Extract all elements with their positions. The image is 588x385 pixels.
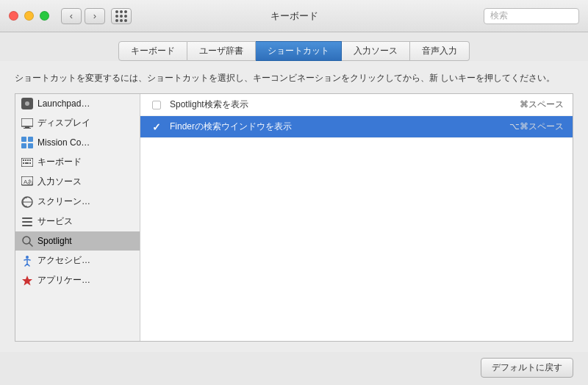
spotlight-icon (21, 235, 33, 247)
screen-icon (21, 196, 33, 208)
svg-rect-13 (29, 159, 31, 161)
titlebar: ‹ › キーボード 検索 (0, 0, 588, 32)
svg-text:あ: あ (27, 179, 33, 185)
traffic-lights (9, 11, 49, 21)
sidebar-item-input[interactable]: Aあ 入力ソース (15, 172, 140, 192)
svg-rect-12 (27, 159, 29, 161)
checkbox-spotlight-search[interactable] (152, 101, 161, 109)
display-icon (21, 118, 33, 129)
sidebar-item-display[interactable]: ディスプレイ (15, 113, 140, 133)
check-col-1 (149, 101, 164, 109)
shortcut-list: Spotlight検索を表示 ⌘スペース ✓ Finderの検索ウインドウを表示… (140, 94, 573, 341)
tab-voice[interactable]: 音声入力 (410, 41, 470, 61)
sidebar-item-apps[interactable]: アプリケー… (15, 270, 140, 290)
sidebar-label-mission: Mission Co… (37, 137, 90, 148)
sidebar-label-apps: アプリケー… (37, 274, 90, 287)
sidebar-item-mission[interactable]: Mission Co… (15, 133, 140, 152)
shortcut-key-spotlight-search: ⌘スペース (520, 98, 564, 111)
main-panel: Launchpad… ディスプレイ Mission Co… (15, 93, 573, 342)
checkmark-finder-search: ✓ (152, 121, 161, 133)
svg-point-1 (25, 101, 29, 106)
search-box[interactable]: 検索 (484, 8, 579, 24)
grid-button[interactable] (111, 8, 132, 24)
svg-rect-14 (23, 162, 24, 164)
forward-button[interactable]: › (85, 8, 105, 24)
sidebar-label-screen: スクリーン… (37, 195, 90, 208)
shortcut-label-finder-search: Finderの検索ウインドウを表示 (170, 120, 503, 133)
tab-input-sources[interactable]: 入力ソース (342, 41, 410, 61)
svg-rect-3 (25, 126, 29, 128)
sidebar-item-services[interactable]: サービス (15, 212, 140, 231)
tab-user-dict[interactable]: ユーザ辞書 (187, 41, 256, 61)
svg-rect-23 (22, 221, 32, 223)
default-button[interactable]: デフォルトに戻す (481, 358, 573, 378)
minimize-button[interactable] (24, 11, 34, 21)
svg-rect-7 (21, 143, 26, 148)
sidebar: Launchpad… ディスプレイ Mission Co… (15, 94, 140, 341)
svg-rect-6 (28, 137, 33, 142)
sidebar-label-spotlight: Spotlight (37, 236, 72, 246)
right-panel: Spotlight検索を表示 ⌘スペース ✓ Finderの検索ウインドウを表示… (140, 94, 573, 341)
svg-rect-16 (29, 162, 31, 164)
maximize-button[interactable] (40, 11, 49, 21)
bottom-bar: デフォルトに戻す (0, 352, 588, 385)
shortcut-label-spotlight-search: Spotlight検索を表示 (170, 98, 514, 111)
shortcut-row-finder-search[interactable]: ✓ Finderの検索ウインドウを表示 ⌥⌘スペース (140, 116, 573, 138)
check-col-2: ✓ (149, 121, 164, 133)
sidebar-label-services: サービス (37, 215, 73, 228)
svg-rect-22 (22, 217, 32, 219)
mission-icon (21, 137, 33, 148)
shortcut-key-finder-search: ⌥⌘スペース (509, 120, 564, 133)
tabs-bar: キーボード ユーザ辞書 ショートカット 入力ソース 音声入力 (0, 32, 588, 61)
svg-rect-5 (21, 137, 26, 142)
shortcut-row-spotlight-search[interactable]: Spotlight検索を表示 ⌘スペース (140, 94, 573, 116)
sidebar-label-input: 入力ソース (37, 176, 82, 188)
back-button[interactable]: ‹ (61, 8, 82, 24)
description-text: ショートカットを変更するには、ショートカットを選択し、キーコンビネーションをクリ… (15, 71, 573, 84)
sidebar-item-spotlight[interactable]: Spotlight (15, 231, 140, 251)
accessibility-icon (21, 255, 33, 267)
close-button[interactable] (9, 11, 18, 21)
tab-keyboard[interactable]: キーボード (118, 41, 187, 61)
sidebar-label-launchpad: Launchpad… (37, 98, 90, 109)
svg-rect-15 (25, 162, 29, 164)
grid-icon (115, 10, 127, 22)
keyboard-icon (21, 156, 33, 168)
apps-icon (21, 275, 33, 287)
input-icon: Aあ (21, 176, 33, 188)
sidebar-item-keyboard[interactable]: キーボード (15, 152, 140, 172)
sidebar-item-launchpad[interactable]: Launchpad… (15, 94, 140, 113)
services-icon (21, 216, 33, 228)
sidebar-label-accessibility: アクセシビ… (37, 254, 90, 267)
svg-rect-11 (25, 159, 26, 161)
launchpad-icon (21, 98, 33, 109)
sidebar-item-screen[interactable]: スクリーン… (15, 192, 140, 212)
svg-line-26 (29, 243, 32, 246)
svg-rect-10 (23, 159, 24, 161)
svg-rect-8 (28, 143, 33, 148)
svg-rect-24 (22, 225, 32, 226)
svg-point-27 (26, 256, 29, 259)
svg-rect-4 (24, 128, 31, 129)
window-title: キーボード (270, 10, 318, 23)
sidebar-item-accessibility[interactable]: アクセシビ… (15, 251, 140, 270)
sidebar-label-display: ディスプレイ (37, 117, 90, 129)
search-placeholder: 検索 (490, 10, 508, 22)
sidebar-label-keyboard: キーボード (37, 156, 82, 168)
content-area: ショートカットを変更するには、ショートカットを選択し、キーコンビネーションをクリ… (0, 61, 588, 352)
nav-buttons: ‹ › (61, 8, 105, 24)
svg-rect-2 (21, 118, 33, 126)
tab-shortcuts[interactable]: ショートカット (256, 41, 342, 61)
